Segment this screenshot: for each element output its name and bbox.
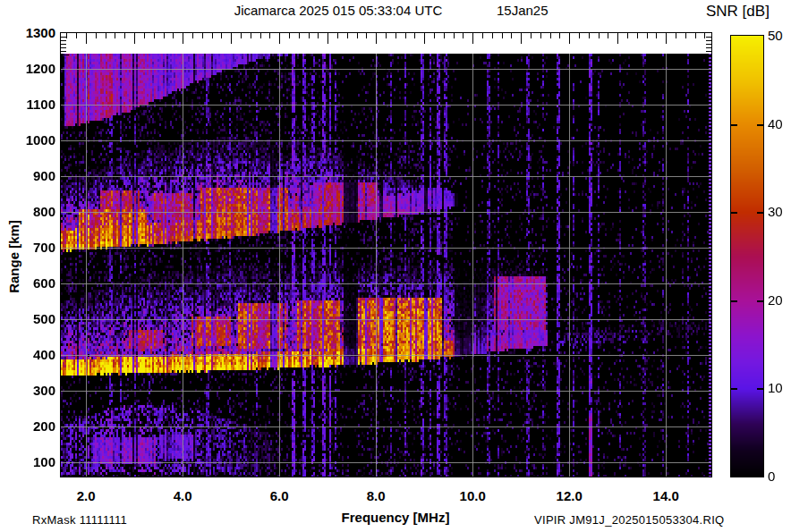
y-tick-label-800: 800 [4,204,55,219]
colorbar-tick-label-30: 30 [768,204,791,219]
colorbar-tick-label-20: 20 [768,292,791,308]
x-tick-label-4.0: 4.0 [160,488,205,503]
plot-date: 15Jan25 [497,3,549,18]
file-id-label: VIPIR JM91J_2025015053304.RIQ [534,513,725,527]
y-tick-label-600: 600 [4,275,55,291]
y-tick-label-700: 700 [4,240,55,255]
x-tick-label-14.0: 14.0 [643,488,688,503]
y-tick-label-1200: 1200 [4,61,55,76]
colorbar-tick-label-10: 10 [768,380,791,395]
x-tick-label-2.0: 2.0 [64,488,108,503]
x-tick-label-8.0: 8.0 [353,488,398,503]
y-tick-label-1000: 1000 [4,132,55,148]
y-tick-label-300: 300 [4,383,55,398]
x-axis-label: Frequency [MHz] [306,510,485,525]
ionogram-screen: Jicamarca 2025 015 05:33:04 UTC 15Jan25 … [0,0,791,532]
colorbar-tick-label-50: 50 [768,28,791,43]
x-tick-label-6.0: 6.0 [257,488,302,503]
y-tick-label-900: 900 [4,168,55,183]
rx-mask-label: RxMask 11111111 [32,513,127,527]
colorbar-tick-label-0: 0 [768,469,791,484]
ionogram-heatmap-canvas [61,33,711,477]
y-tick-label-500: 500 [4,311,55,326]
y-tick-label-1100: 1100 [4,97,55,112]
colorbar-title: SNR [dB] [706,3,770,21]
y-tick-label-100: 100 [4,454,55,469]
x-tick-label-10.0: 10.0 [450,488,495,503]
colorbar-tick-label-40: 40 [768,116,791,131]
colorbar-gradient-canvas [731,36,763,477]
y-tick-label-200: 200 [4,418,55,434]
y-tick-label-1300: 1300 [4,25,55,40]
plot-title: Jicamarca 2025 015 05:33:04 UTC [134,3,542,18]
y-tick-label-400: 400 [4,347,55,362]
y-axis-label: Range [km] [6,203,22,310]
x-tick-label-12.0: 12.0 [547,488,591,503]
